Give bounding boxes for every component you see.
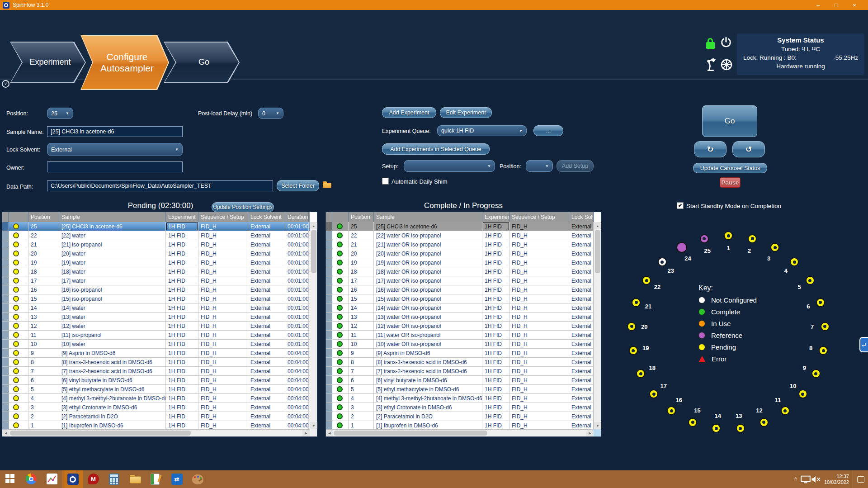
taskbar-app-notes[interactable] xyxy=(146,470,166,488)
data-path-input[interactable]: C:\Users\Public\Documents\SpinFlow_Data\… xyxy=(47,180,273,191)
carousel-position-dot[interactable] xyxy=(770,243,779,252)
experiment-queue-dropdown[interactable]: quick 1H FID▼ xyxy=(437,125,527,136)
carousel-position-dot[interactable] xyxy=(688,418,697,427)
queue-more-button[interactable]: ... xyxy=(533,125,563,136)
table-row[interactable]: 2[2] Paracetamol in D2O1H FIDFID_HExtern… xyxy=(326,412,594,421)
table-row[interactable]: 1[1] Ibuprofen in DMSO-d61H FIDFID_HExte… xyxy=(326,421,594,429)
table-row[interactable]: 25[25] CHCl3 in acetone-d61H FIDFID_HExt… xyxy=(2,222,310,231)
carousel-position-dot[interactable] xyxy=(816,298,825,307)
sample-name-input[interactable]: [25] CHCl3 in acetone-d6 xyxy=(47,126,183,137)
carousel-position-dot[interactable] xyxy=(798,389,807,398)
carousel-position-dot[interactable] xyxy=(658,257,667,266)
table-row[interactable]: 7[7] trans-2-hexenoic acid in DMSO-d61H … xyxy=(2,367,310,376)
add-experiments-in-queue-button[interactable]: Add Experiments in Selected Queue xyxy=(382,143,490,155)
postload-delay-dropdown[interactable]: 0▼ xyxy=(258,108,283,119)
update-carousel-status-button[interactable]: Update Carousel Status xyxy=(693,163,767,173)
nav-step-configure-autosampler[interactable]: Configure Autosampler xyxy=(80,35,169,90)
table-row[interactable]: 21[21] water OR iso-propanol1H FIDFID_HE… xyxy=(326,240,594,249)
table-row[interactable]: 22[22] water OR iso-propanol1H FIDFID_HE… xyxy=(326,231,594,240)
table-row[interactable]: 19[19] water OR iso-propanol1H FIDFID_HE… xyxy=(326,258,594,267)
edge-flyout-button[interactable]: ⇄ xyxy=(859,337,868,352)
edit-experiment-button[interactable]: Edit Experiment xyxy=(440,107,492,118)
carousel-position-dot[interactable] xyxy=(781,406,790,415)
table-row[interactable]: 5[5] ethyl methacrylate in DMSO-d61H FID… xyxy=(2,385,310,394)
vertical-scrollbar[interactable]: ▲▼ xyxy=(310,222,317,429)
table-row[interactable]: 6[6] vinyl butyrate in DMSO-d61H FIDFID_… xyxy=(326,376,594,385)
table-row[interactable]: 15[15] iso-propanol1H FIDFID_HExternal00… xyxy=(2,294,310,303)
scroll-thumb[interactable] xyxy=(334,431,487,436)
table-row[interactable]: 4[4] methyl 3-methyl-2butanoate in DMSO-… xyxy=(326,394,594,403)
scroll-up-arrow[interactable]: ▲ xyxy=(594,222,601,229)
column-header[interactable]: Experiment xyxy=(166,212,198,222)
maximize-button[interactable]: □ xyxy=(827,0,845,10)
rotate-counterclockwise-button[interactable]: ↺ xyxy=(732,141,765,157)
horizontal-scrollbar[interactable]: ◀▶ xyxy=(326,429,594,436)
robot-arm-icon[interactable] xyxy=(704,57,718,71)
table-row[interactable]: 14[14] water OR iso-propanol1H FIDFID_HE… xyxy=(326,303,594,313)
carousel-position-dot[interactable] xyxy=(811,369,821,378)
scroll-left-arrow[interactable]: ◀ xyxy=(326,430,333,436)
column-header[interactable]: Position xyxy=(28,212,59,222)
table-row[interactable]: 14[14] water1H FIDFID_HExternal00:01:00 xyxy=(2,303,310,313)
carousel-position-dot[interactable] xyxy=(760,418,769,427)
scroll-thumb[interactable] xyxy=(10,431,191,436)
tray-display-icon[interactable] xyxy=(801,473,811,486)
table-row[interactable]: 10[10] water1H FIDFID_HExternal00:01:00 xyxy=(2,340,310,349)
carousel-position-dot[interactable] xyxy=(642,276,651,285)
carousel-position-dot[interactable] xyxy=(632,298,641,307)
owner-input[interactable] xyxy=(47,161,183,172)
select-folder-button[interactable]: Select Folder xyxy=(277,180,319,191)
nav-step-go[interactable]: Go xyxy=(164,42,240,83)
column-header[interactable]: Lock Solvent xyxy=(569,212,594,222)
table-row[interactable]: 21[21] iso-propanol1H FIDFID_HExternal00… xyxy=(2,240,310,249)
taskbar-app-plot-app[interactable] xyxy=(42,470,62,488)
nav-step-experiment[interactable]: Experiment xyxy=(10,42,86,83)
add-experiment-button[interactable]: Add Experiment xyxy=(382,107,436,118)
column-header[interactable]: Experiment xyxy=(482,212,509,222)
column-header[interactable]: Sequence / Setup xyxy=(198,212,248,222)
scroll-right-arrow[interactable]: ▶ xyxy=(302,430,310,436)
carousel-position-dot[interactable] xyxy=(667,406,676,415)
setup-position-dropdown[interactable]: ▼ xyxy=(526,160,553,172)
spinner-wheel-icon[interactable] xyxy=(720,58,733,71)
carousel-position-dot[interactable] xyxy=(627,322,636,331)
scroll-left-arrow[interactable]: ◀ xyxy=(2,430,9,436)
taskbar-app-chrome[interactable] xyxy=(21,470,42,488)
carousel-position-dot[interactable] xyxy=(629,346,638,355)
taskbar-app-start[interactable] xyxy=(0,470,21,488)
vertical-scrollbar[interactable]: ▲▼ xyxy=(594,222,601,429)
rotate-clockwise-button[interactable]: ↻ xyxy=(694,141,726,157)
table-row[interactable]: 4[4] methyl 3-methyl-2butanoate in DMSO-… xyxy=(2,394,310,403)
scroll-down-arrow[interactable]: ▼ xyxy=(594,422,601,429)
table-row[interactable]: 18[18] water1H FIDFID_HExternal00:01:00 xyxy=(2,267,310,276)
column-header[interactable]: Duration xyxy=(285,212,309,222)
collapse-header-button[interactable]: ˅ xyxy=(2,80,9,88)
table-row[interactable]: 20[20] water1H FIDFID_HExternal00:01:00 xyxy=(2,249,310,258)
column-header[interactable]: Lock Solvent xyxy=(248,212,285,222)
table-row[interactable]: 8[8] trans-3-hexenoic acid in DMSO-d61H … xyxy=(2,358,310,367)
table-row[interactable]: 16[16] iso-propanol1H FIDFID_HExternal00… xyxy=(2,285,310,294)
taskbar-app-paint[interactable] xyxy=(187,470,208,488)
table-row[interactable]: 18[18] water OR iso-propanol1H FIDFID_HE… xyxy=(326,267,594,276)
table-row[interactable]: 25[25] CHCl3 in acetone-d61H FIDFID_HExt… xyxy=(326,222,594,231)
table-row[interactable]: 19[19] water1H FIDFID_HExternal00:01:00 xyxy=(2,258,310,267)
position-dropdown[interactable]: 25▼ xyxy=(47,108,73,119)
carousel-position-dot[interactable] xyxy=(712,424,721,433)
carousel-position-dot[interactable] xyxy=(700,234,709,243)
carousel-position-dot[interactable] xyxy=(819,346,828,355)
tray-expand-icon[interactable]: ^ xyxy=(791,473,801,486)
table-row[interactable]: 3[3] ethyl Crotonate in DMSO-d61H FIDFID… xyxy=(326,403,594,412)
add-setup-button[interactable]: Add Setup xyxy=(557,160,594,172)
column-header[interactable]: Sequence / Setup xyxy=(509,212,569,222)
carousel-position-dot[interactable] xyxy=(736,424,745,433)
table-row[interactable]: 11[11] iso-propanol1H FIDFID_HExternal00… xyxy=(2,331,310,340)
table-row[interactable]: 12[12] water OR iso-propanol1H FIDFID_HE… xyxy=(326,322,594,331)
taskbar-app-calculator[interactable] xyxy=(104,470,125,488)
column-header[interactable]: Sample xyxy=(374,212,482,222)
taskbar-app-mnova[interactable]: M xyxy=(83,470,104,488)
pause-button[interactable]: Pause xyxy=(720,177,741,188)
scroll-thumb[interactable] xyxy=(595,230,600,273)
go-button[interactable]: Go xyxy=(702,105,757,137)
carousel-position-dot[interactable] xyxy=(649,389,658,398)
table-row[interactable]: 17[17] water OR iso-propanol1H FIDFID_HE… xyxy=(326,276,594,285)
